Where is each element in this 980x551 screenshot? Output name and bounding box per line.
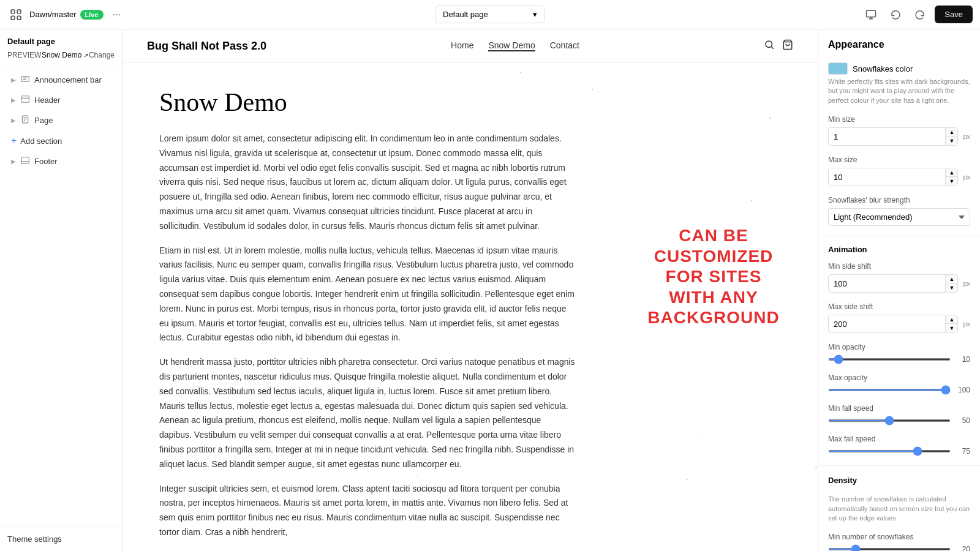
sidebar-item-header[interactable]: ▶ Header: [4, 91, 118, 110]
nav-link-home[interactable]: Home: [451, 40, 473, 51]
blur-select[interactable]: Light (Recommended) None Medium Strong: [828, 208, 970, 226]
max-fall-speed-setting: Max fall speed 75: [818, 430, 980, 460]
snowflakes-color-setting: Snowflakes color White perfectly fits si…: [818, 58, 980, 110]
sidebar: Default page PREVIEW Snow Demo ↗ Change …: [0, 29, 123, 551]
min-fall-speed-value: 50: [956, 416, 970, 425]
sidebar-page-title: Default page: [0, 29, 122, 48]
max-side-shift-input[interactable]: [829, 315, 945, 332]
snowflake: •: [815, 464, 817, 470]
search-nav-button[interactable]: [764, 39, 775, 53]
color-row: Snowflakes color: [828, 62, 970, 75]
save-button[interactable]: Save: [935, 6, 973, 23]
announcement-bar-icon: [21, 75, 29, 85]
min-opacity-slider[interactable]: [828, 358, 951, 361]
min-fall-speed-range-row: 50: [828, 416, 970, 425]
max-side-shift-spinners: ▲ ▼: [945, 315, 957, 332]
min-fall-speed-slider[interactable]: [828, 419, 951, 422]
expand-icon-page: ▶: [11, 117, 16, 124]
sidebar-item-page[interactable]: ▶ Page: [4, 111, 118, 130]
preview-area: • • • • • • • • • • • • • • • • Bug Shal…: [123, 29, 818, 551]
max-size-spinners: ▲ ▼: [945, 168, 957, 186]
min-size-down-button[interactable]: ▼: [945, 137, 957, 145]
preview-value: Snow Demo: [42, 51, 81, 59]
paragraph-1: Lorem ipsum dolor sit amet, consectetur …: [159, 132, 576, 234]
expand-icon-header: ▶: [11, 97, 16, 103]
add-section-button[interactable]: + Add section: [4, 131, 118, 151]
topbar-center: Default page ▾: [331, 6, 649, 23]
min-fall-speed-setting: Min fall speed 50: [818, 399, 980, 430]
color-swatch[interactable]: [828, 62, 848, 75]
min-snowflakes-setting: Min number of snowflakes 20 To be genera…: [818, 528, 980, 551]
min-size-input[interactable]: [829, 128, 945, 145]
max-opacity-setting: Max opacity 100: [818, 369, 980, 399]
max-size-up-button[interactable]: ▲: [945, 168, 957, 177]
max-side-shift-up-button[interactable]: ▲: [945, 315, 957, 324]
external-link-icon: ↗: [83, 52, 88, 59]
min-size-setting: Min size ▲ ▼ px: [818, 110, 980, 151]
nav-link-contact[interactable]: Contact: [550, 40, 579, 51]
max-side-shift-down-button[interactable]: ▼: [945, 324, 957, 332]
site-nav-links: Home Snow Demo Contact: [451, 40, 579, 51]
redo-icon[interactable]: [910, 5, 930, 24]
max-size-input[interactable]: [829, 168, 945, 186]
min-side-shift-input[interactable]: [829, 275, 945, 292]
max-fall-speed-slider[interactable]: [828, 450, 951, 452]
sidebar-item-announcement-bar[interactable]: ▶ Announcement bar: [4, 70, 118, 89]
branch-name: Dawn/master: [29, 10, 77, 19]
min-opacity-label: Min opacity: [828, 343, 970, 351]
density-description: The number of snowflakes is calculated a…: [828, 495, 970, 523]
page-icon: [21, 115, 29, 126]
max-opacity-label: Max opacity: [828, 373, 970, 382]
min-size-input-row: ▲ ▼ px: [828, 127, 970, 146]
add-section-label: Add section: [20, 137, 62, 146]
snowflake: •: [686, 476, 688, 482]
max-opacity-slider[interactable]: [828, 389, 951, 391]
announcement-bar-label: Announcement bar: [34, 75, 102, 84]
max-fall-speed-range-row: 75: [828, 447, 970, 455]
topbar: Dawn/master Live ··· Default page ▾: [0, 0, 980, 29]
site-nav: Bug Shall Not Pass 2.0 Home Snow Demo Co…: [123, 29, 818, 63]
max-opacity-range-row: 100: [828, 386, 970, 394]
snowflakes-color-label: Snowflakes color: [853, 64, 913, 73]
topbar-right: Save: [654, 5, 973, 24]
max-side-shift-unit: px: [963, 320, 970, 328]
min-side-shift-setting: Min side shift ▲ ▼ px: [818, 257, 980, 298]
footer-label: Footer: [34, 157, 58, 166]
min-snowflakes-slider[interactable]: [828, 548, 951, 550]
max-side-shift-setting: Max side shift ▲ ▼ px: [818, 298, 980, 338]
panel-title: Appearance: [818, 29, 980, 58]
cart-nav-button[interactable]: [782, 39, 793, 53]
page-selector[interactable]: Default page ▾: [435, 6, 545, 23]
sidebar-item-footer[interactable]: ▶ Footer: [4, 152, 118, 171]
min-size-up-button[interactable]: ▲: [945, 128, 957, 137]
nav-link-snow-demo[interactable]: Snow Demo: [488, 40, 535, 51]
svg-point-16: [766, 41, 772, 48]
min-size-spinners: ▲ ▼: [945, 128, 957, 145]
more-options-button[interactable]: ···: [108, 6, 126, 23]
monitor-icon[interactable]: [861, 5, 881, 24]
animation-section: Animation: [818, 241, 980, 257]
preview-link[interactable]: Snow Demo ↗: [42, 51, 88, 59]
min-side-shift-down-button[interactable]: ▼: [945, 283, 957, 292]
change-button[interactable]: Change: [89, 51, 115, 59]
min-side-shift-up-button[interactable]: ▲: [945, 275, 957, 283]
min-opacity-setting: Min opacity 10: [818, 338, 980, 369]
max-size-input-row: ▲ ▼ px: [828, 168, 970, 186]
paragraph-4: Integer suscipit ultricies sem, et euism…: [159, 482, 576, 540]
grid-icon[interactable]: [7, 6, 24, 23]
svg-rect-3: [17, 16, 21, 20]
min-side-shift-input-wrapper: ▲ ▼: [828, 274, 958, 293]
min-side-shift-unit: px: [963, 280, 970, 287]
density-title: Density: [818, 471, 980, 487]
undo-icon[interactable]: [886, 5, 905, 24]
snowflake: •: [691, 195, 692, 198]
density-description-row: The number of snowflakes is calculated a…: [818, 487, 980, 528]
branch-badge: Dawn/master Live: [29, 10, 104, 20]
theme-settings-button[interactable]: Theme settings: [0, 527, 122, 551]
min-fall-speed-label: Min fall speed: [828, 404, 970, 413]
max-size-down-button[interactable]: ▼: [945, 177, 957, 186]
max-size-unit: px: [963, 173, 970, 181]
max-opacity-value: 100: [956, 386, 970, 394]
min-snowflakes-label: Min number of snowflakes: [828, 533, 970, 541]
page-label: Page: [34, 116, 53, 125]
